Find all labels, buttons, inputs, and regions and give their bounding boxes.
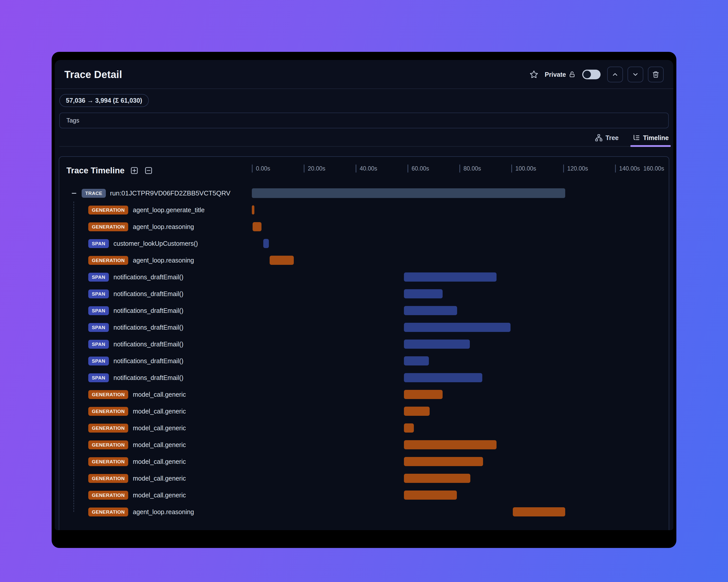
duration-bar[interactable] <box>404 339 470 349</box>
plus-square-icon <box>130 166 139 175</box>
duration-bar[interactable] <box>404 491 457 500</box>
duration-bar[interactable] <box>404 423 414 433</box>
timeline-row[interactable]: GENERATIONagent_loop.reasoning <box>59 252 669 269</box>
observation-type-badge: SPAN <box>88 340 109 349</box>
observation-type-badge: SPAN <box>88 323 109 332</box>
axis-tick: 100.00s <box>511 164 536 172</box>
observation-name: notifications_draftEmail() <box>113 324 183 331</box>
observation-type-badge: GENERATION <box>88 407 128 416</box>
tick-label: 120.00s <box>567 164 588 172</box>
tags-input[interactable]: Tags <box>59 113 669 128</box>
duration-bar[interactable] <box>404 457 483 466</box>
timeline-row[interactable]: GENERATIONagent_loop.generate_title <box>59 201 669 218</box>
observation-name: model_call.generic <box>133 408 186 415</box>
page-title: Trace Detail <box>64 69 122 80</box>
timeline-row[interactable]: GENERATIONmodel_call.generic <box>59 436 669 453</box>
timeline-row[interactable]: GENERATIONagent_loop.reasoning <box>59 218 669 235</box>
timeline-panel-header: Trace Timeline 0.00s20.00s40.00s60.00s80… <box>59 157 669 184</box>
star-icon <box>529 70 538 79</box>
timeline-row[interactable]: GENERATIONmodel_call.generic <box>59 386 669 403</box>
observation-type-badge: SPAN <box>88 239 109 248</box>
observation-name: notifications_draftEmail() <box>113 290 183 298</box>
collapse-all-button[interactable] <box>144 166 153 175</box>
observation-name: model_call.generic <box>133 458 186 465</box>
tick-label: 100.00s <box>515 164 536 172</box>
timeline-row[interactable]: SPANnotifications_draftEmail() <box>59 302 669 319</box>
duration-bar[interactable] <box>253 222 261 231</box>
timeline-row[interactable]: GENERATIONagent_loop.reasoning <box>59 503 669 520</box>
axis-tick: 60.00s <box>408 164 429 172</box>
observation-name: model_call.generic <box>133 492 186 499</box>
tick-label: 160.00s <box>643 164 664 172</box>
timeline-row[interactable]: GENERATIONmodel_call.generic <box>59 487 669 503</box>
timeline-row[interactable]: SPANnotifications_draftEmail() <box>59 353 669 369</box>
duration-bar[interactable] <box>404 273 496 282</box>
duration-bar[interactable] <box>404 474 470 483</box>
timeline-row[interactable]: SPANnotifications_draftEmail() <box>59 369 669 386</box>
list-tree-icon <box>632 134 640 142</box>
privacy-toggle[interactable] <box>582 70 601 79</box>
duration-bar[interactable] <box>513 507 565 517</box>
duration-bar[interactable] <box>404 306 457 315</box>
trace-detail-page: Trace Detail Private <box>55 60 673 530</box>
tick-label: 40.00s <box>360 164 377 172</box>
observation-name: notifications_draftEmail() <box>113 340 183 348</box>
timeline-row[interactable]: TRACErun:01JCTPR9VD06FD2ZBB5VCT5QRV <box>59 185 669 201</box>
timeline-row[interactable]: SPANnotifications_draftEmail() <box>59 285 669 302</box>
observation-name: notifications_draftEmail() <box>113 274 183 281</box>
previous-trace-button[interactable] <box>607 66 623 82</box>
timeline-title: Trace Timeline <box>67 166 125 175</box>
delete-trace-button[interactable] <box>648 66 664 82</box>
observation-name: agent_loop.reasoning <box>133 223 194 230</box>
duration-bar[interactable] <box>404 440 496 449</box>
tab-tree[interactable]: Tree <box>595 134 619 146</box>
duration-bar[interactable] <box>263 239 269 248</box>
observation-name: notifications_draftEmail() <box>113 374 183 382</box>
duration-bar[interactable] <box>252 205 254 215</box>
trash-icon <box>652 71 659 78</box>
app-window: Trace Detail Private <box>52 52 676 548</box>
timeline-row[interactable]: SPANnotifications_draftEmail() <box>59 336 669 353</box>
observation-type-badge: SPAN <box>88 273 109 282</box>
next-trace-button[interactable] <box>627 66 643 82</box>
tick-line <box>563 164 564 172</box>
observation-name: model_call.generic <box>133 475 186 482</box>
timeline-row[interactable]: SPANnotifications_draftEmail() <box>59 269 669 285</box>
duration-bar[interactable] <box>270 256 294 265</box>
tick-line <box>356 164 356 172</box>
observation-type-badge: SPAN <box>88 357 109 365</box>
timeline-row[interactable]: GENERATIONmodel_call.generic <box>59 420 669 436</box>
tick-line <box>304 164 305 172</box>
tick-line <box>408 164 408 172</box>
trace-timeline-panel: Trace Timeline 0.00s20.00s40.00s60.00s80… <box>59 156 669 530</box>
timeline-row[interactable]: GENERATIONmodel_call.generic <box>59 453 669 470</box>
expand-all-button[interactable] <box>130 166 139 175</box>
observation-type-badge: GENERATION <box>88 491 128 500</box>
duration-bar[interactable] <box>404 390 443 399</box>
tab-timeline[interactable]: Timeline <box>632 134 669 146</box>
timeline-row[interactable]: GENERATIONmodel_call.generic <box>59 470 669 487</box>
axis-tick: 120.00s <box>563 164 588 172</box>
observation-type-badge: GENERATION <box>88 390 128 399</box>
tick-line <box>252 164 253 172</box>
axis-tick: 140.00s <box>615 164 640 172</box>
timeline-row[interactable]: GENERATIONmodel_call.generic <box>59 403 669 420</box>
observation-name: model_call.generic <box>133 424 186 432</box>
observation-name: notifications_draftEmail() <box>113 307 183 314</box>
collapse-row-button[interactable] <box>71 190 78 197</box>
timeline-row[interactable]: SPANnotifications_draftEmail() <box>59 319 669 336</box>
minus-square-icon <box>144 166 153 175</box>
favorite-star-button[interactable] <box>529 70 538 79</box>
duration-bar[interactable] <box>252 188 565 198</box>
duration-bar[interactable] <box>404 356 429 365</box>
observation-type-badge: GENERATION <box>88 424 128 433</box>
duration-bar[interactable] <box>404 373 482 382</box>
duration-bar[interactable] <box>404 289 443 298</box>
axis-tick: 20.00s <box>304 164 325 172</box>
observation-type-badge: SPAN <box>88 289 109 298</box>
timeline-row[interactable]: SPANcustomer_lookUpCustomers() <box>59 235 669 252</box>
page-header: Trace Detail Private <box>55 60 673 89</box>
duration-bar[interactable] <box>404 323 511 332</box>
duration-bar[interactable] <box>404 407 430 416</box>
observation-name: run:01JCTPR9VD06FD2ZBB5VCT5QRV <box>110 189 230 197</box>
